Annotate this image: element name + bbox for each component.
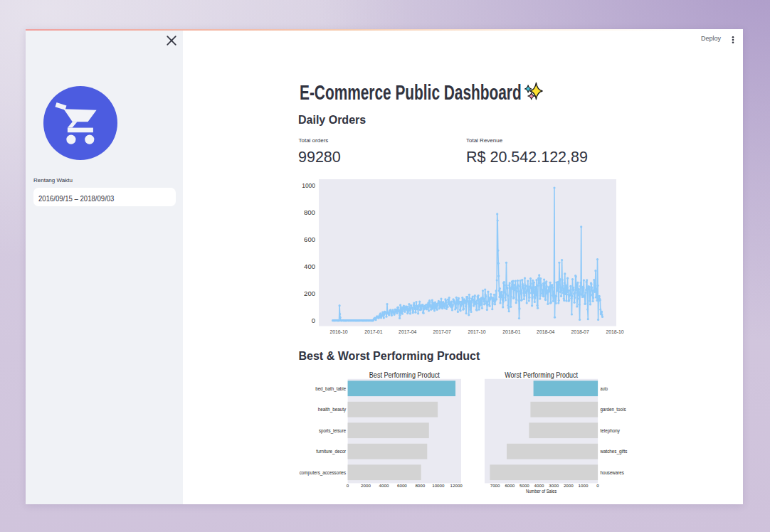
svg-text:watches_gifts: watches_gifts <box>600 449 628 454</box>
svg-text:800: 800 <box>304 208 315 216</box>
svg-text:2018-04: 2018-04 <box>537 329 555 335</box>
svg-text:0: 0 <box>596 483 599 488</box>
svg-text:Number of Sales: Number of Sales <box>526 489 557 494</box>
svg-text:10000: 10000 <box>432 483 445 488</box>
svg-text:2016-10: 2016-10 <box>329 329 348 335</box>
svg-text:0: 0 <box>312 316 315 324</box>
svg-text:2017-01: 2017-01 <box>364 329 383 335</box>
svg-text:7000: 7000 <box>490 483 500 488</box>
svg-text:2017-04: 2017-04 <box>399 329 417 335</box>
svg-text:Best Performing Product: Best Performing Product <box>369 371 440 379</box>
svg-text:2000: 2000 <box>564 483 574 488</box>
svg-text:1000: 1000 <box>302 181 315 189</box>
svg-text:2018-01: 2018-01 <box>502 329 521 335</box>
svg-text:housewares: housewares <box>601 470 624 475</box>
svg-text:12000: 12000 <box>450 483 463 488</box>
svg-text:auto: auto <box>601 386 608 391</box>
svg-text:bed_bath_table: bed_bath_table <box>315 386 346 392</box>
svg-text:2000: 2000 <box>361 483 371 488</box>
svg-text:8000: 8000 <box>415 483 425 488</box>
svg-text:health_beauty: health_beauty <box>318 407 347 413</box>
svg-text:1000: 1000 <box>579 483 589 488</box>
svg-text:6000: 6000 <box>505 483 515 488</box>
svg-text:3000: 3000 <box>549 483 559 488</box>
svg-text:400: 400 <box>304 262 315 270</box>
svg-text:furniture_decor: furniture_decor <box>316 449 347 454</box>
svg-text:2018-10: 2018-10 <box>606 329 624 335</box>
svg-text:2017-07: 2017-07 <box>433 329 452 335</box>
svg-text:telephony: telephony <box>601 428 621 434</box>
svg-text:4000: 4000 <box>379 483 389 488</box>
svg-text:600: 600 <box>304 235 315 243</box>
svg-text:computers_accessories: computers_accessories <box>300 470 347 476</box>
svg-text:4000: 4000 <box>534 483 544 488</box>
svg-text:Worst Performing Product: Worst Performing Product <box>505 371 578 379</box>
svg-text:sports_leisure: sports_leisure <box>319 428 347 434</box>
svg-text:6000: 6000 <box>397 483 407 488</box>
svg-text:0: 0 <box>347 483 349 488</box>
svg-text:garden_tools: garden_tools <box>601 407 626 413</box>
svg-text:200: 200 <box>304 289 315 297</box>
svg-text:5000: 5000 <box>520 483 529 488</box>
svg-text:2018-07: 2018-07 <box>571 329 590 335</box>
svg-text:2017-10: 2017-10 <box>468 329 486 335</box>
